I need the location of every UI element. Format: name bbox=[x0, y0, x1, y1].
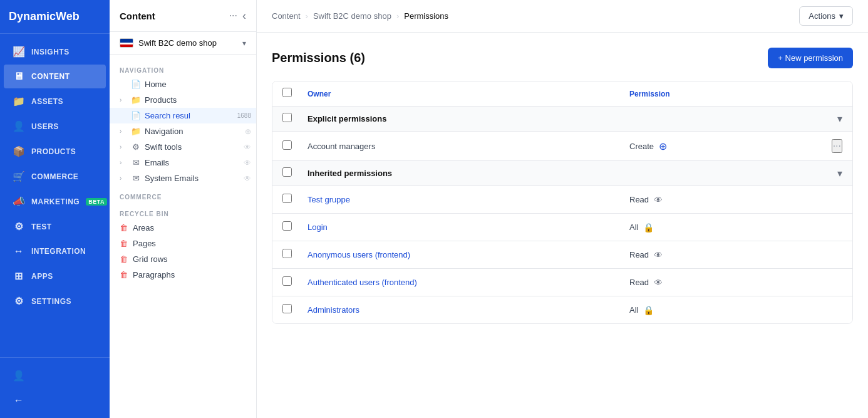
nav-item-assets[interactable]: 📁 ASSETS bbox=[4, 89, 106, 113]
users-icon: 👤 bbox=[13, 120, 25, 132]
anonymous-users-owner[interactable]: Anonymous users (frontend) bbox=[307, 250, 629, 259]
recycle-label-paragraphs: Paragraphs bbox=[133, 270, 175, 280]
inherited-section-checkbox[interactable] bbox=[282, 167, 292, 177]
table-header: Owner Permission bbox=[272, 81, 852, 107]
trash-icon-pages: 🗑 bbox=[120, 239, 128, 248]
nav-label-insights: INSIGHTS bbox=[31, 48, 70, 56]
nav-item-integration[interactable]: ↔ INTEGRATION bbox=[4, 239, 106, 263]
nav-item-insights[interactable]: 📈 INSIGHTS bbox=[4, 39, 106, 64]
select-all-checkbox-cell bbox=[282, 88, 307, 100]
commerce-section-label: COMMERCE bbox=[110, 186, 256, 203]
marketing-icon: 📣 bbox=[13, 196, 25, 207]
trash-icon-areas: 🗑 bbox=[120, 223, 128, 233]
explicit-section-checkbox[interactable] bbox=[282, 113, 292, 122]
account-managers-more-button[interactable]: ··· bbox=[832, 139, 842, 153]
breadcrumb-shop[interactable]: Swift B2C demo shop bbox=[313, 11, 391, 21]
expand-icon-nav: › bbox=[120, 128, 127, 135]
brand-logo: DynamicWeb bbox=[0, 0, 110, 34]
insights-icon: 📈 bbox=[13, 46, 25, 58]
recycle-item-areas[interactable]: 🗑 Areas bbox=[110, 220, 256, 236]
integration-icon: ↔ bbox=[13, 246, 25, 257]
emails-hidden-icon: 👁 bbox=[244, 159, 251, 167]
nav-item-marketing[interactable]: 📣 MARKETING BETA bbox=[4, 189, 106, 214]
tree-item-navigation[interactable]: › 📁 Navigation ⊕ bbox=[110, 123, 256, 139]
content-icon: 🖥 bbox=[13, 71, 25, 82]
trash-icon-paragraphs: 🗑 bbox=[120, 270, 128, 280]
test-gruppe-owner[interactable]: Test gruppe bbox=[307, 195, 629, 204]
sidebar-title: Content bbox=[120, 11, 155, 21]
permission-column-header: Permission bbox=[629, 90, 817, 98]
nav-label-assets: ASSETS bbox=[31, 97, 63, 106]
authenticated-users-permission: Read 👁 bbox=[629, 278, 817, 288]
tree-item-search-results[interactable]: 📄 Search resul 1688 + ··· bbox=[110, 108, 256, 123]
owner-column-header: Owner bbox=[307, 90, 629, 98]
flag-icon bbox=[120, 38, 133, 48]
table-row-login: Login All 🔒 bbox=[272, 214, 852, 241]
login-checkbox[interactable] bbox=[282, 221, 292, 231]
select-all-checkbox[interactable] bbox=[282, 88, 292, 97]
nav-item-user-profile[interactable]: 👤 bbox=[4, 363, 106, 388]
nav-item-test[interactable]: ⚙ TEST bbox=[4, 214, 106, 239]
actions-label: Actions bbox=[809, 11, 835, 21]
authenticated-users-owner[interactable]: Authenticated users (frontend) bbox=[307, 278, 629, 287]
page-icon-home: 📄 bbox=[131, 80, 141, 89]
breadcrumb-content[interactable]: Content bbox=[272, 11, 301, 21]
products-icon: 📦 bbox=[13, 145, 25, 157]
nav-label-commerce: COMMERCE bbox=[31, 172, 78, 181]
administrators-owner[interactable]: Administrators bbox=[307, 305, 629, 315]
folder-icon-nav: 📁 bbox=[131, 127, 141, 136]
breadcrumb-path: Content › Swift B2C demo shop › Permissi… bbox=[272, 11, 448, 21]
tree-item-products[interactable]: › 📁 Products ⬜ ↔ ⊕ 🏷 bbox=[110, 92, 256, 108]
sidebar-collapse-button[interactable]: ‹ bbox=[242, 9, 246, 23]
inherited-permissions-section[interactable]: Inherited permissions ▾ bbox=[272, 161, 852, 186]
shop-selector[interactable]: Swift B2C demo shop ▾ bbox=[110, 32, 256, 55]
login-owner[interactable]: Login bbox=[307, 222, 629, 232]
table-row-account-managers: Account managers Create ⊕ ··· bbox=[272, 132, 852, 161]
swift-hidden-icon: 👁 bbox=[244, 143, 251, 152]
eye-icon-authenticated: 👁 bbox=[654, 278, 663, 288]
marketing-badge: BETA bbox=[86, 198, 107, 206]
nav-item-content[interactable]: 🖥 CONTENT bbox=[4, 65, 106, 88]
nav-item-back[interactable]: ← bbox=[4, 389, 106, 412]
anonymous-users-checkbox[interactable] bbox=[282, 249, 292, 258]
breadcrumb-sep-2: › bbox=[396, 11, 399, 21]
tree-item-swift-tools[interactable]: › ⚙ Swift tools 👁 bbox=[110, 139, 256, 155]
tree-label-navigation: Navigation bbox=[145, 127, 241, 136]
table-row-administrators: Administrators All 🔒 bbox=[272, 296, 852, 323]
new-permission-button[interactable]: + New permission bbox=[768, 48, 853, 68]
recycle-item-grid-rows[interactable]: 🗑 Grid rows bbox=[110, 251, 256, 267]
nav-item-apps[interactable]: ⊞ APPS bbox=[4, 264, 106, 288]
anonymous-users-perm-label: Read bbox=[629, 250, 649, 259]
recycle-item-pages[interactable]: 🗑 Pages bbox=[110, 236, 256, 251]
lock-icon-administrators: 🔒 bbox=[643, 305, 654, 315]
page-body: Permissions (6) + New permission Owner P… bbox=[257, 33, 868, 418]
explicit-permissions-section[interactable]: Explicit permissions ▾ bbox=[272, 107, 852, 132]
account-managers-owner: Account managers bbox=[307, 142, 629, 151]
tree-item-home[interactable]: 📄 Home bbox=[110, 76, 256, 92]
table-row-test-gruppe: Test gruppe Read 👁 bbox=[272, 186, 852, 214]
recycle-item-paragraphs[interactable]: 🗑 Paragraphs bbox=[110, 267, 256, 283]
nav-label-test: TEST bbox=[31, 222, 52, 231]
account-managers-checkbox[interactable] bbox=[282, 140, 292, 150]
nav-label-content: CONTENT bbox=[31, 72, 70, 81]
permissions-table: Owner Permission Explicit permissions ▾ … bbox=[272, 81, 853, 324]
sidebar-more-button[interactable]: ··· bbox=[228, 9, 239, 23]
nav-item-commerce[interactable]: 🛒 COMMERCE bbox=[4, 164, 106, 189]
tree-item-system-emails[interactable]: › ✉ System Emails 👁 bbox=[110, 170, 256, 186]
nav-item-settings[interactable]: ⚙ SETTINGS bbox=[4, 289, 106, 313]
email-icon-emails: ✉ bbox=[131, 158, 141, 167]
tree-label-products: Products bbox=[145, 95, 251, 105]
table-row-authenticated-users: Authenticated users (frontend) Read 👁 bbox=[272, 269, 852, 296]
nav-label-users: USERS bbox=[31, 122, 59, 131]
nav-item-products[interactable]: 📦 PRODUCTS bbox=[4, 139, 106, 164]
nav-item-users[interactable]: 👤 USERS bbox=[4, 114, 106, 138]
test-gruppe-checkbox[interactable] bbox=[282, 194, 292, 203]
tree-item-emails[interactable]: › ✉ Emails 👁 bbox=[110, 155, 256, 170]
nav-bottom: 👤 ← bbox=[0, 357, 110, 418]
administrators-checkbox[interactable] bbox=[282, 304, 292, 313]
sidebar-header-actions: ··· ‹ bbox=[228, 9, 246, 23]
actions-button[interactable]: Actions ▾ bbox=[799, 6, 853, 26]
authenticated-users-checkbox[interactable] bbox=[282, 276, 292, 286]
actions-chevron-icon: ▾ bbox=[839, 11, 844, 21]
breadcrumb: Content › Swift B2C demo shop › Permissi… bbox=[257, 0, 868, 33]
